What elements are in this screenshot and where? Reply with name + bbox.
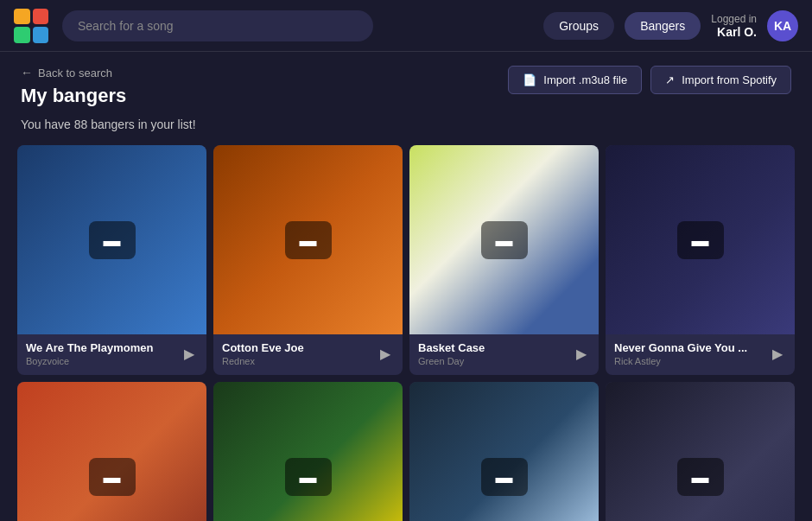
remove-icon-boyzvoice: ▬ — [104, 232, 121, 249]
song-card-4nonblondes[interactable]: ▬ ▶ 4 Non Blondes ▶ — [17, 382, 206, 521]
song-text-boyzvoice: We Are The Playmomen Boyzvoice — [26, 341, 181, 366]
login-info: Logged in Karl O. — [711, 13, 757, 39]
song-artist-rednex: Rednex — [222, 356, 377, 366]
song-info-rickastley: Never Gonna Give You ... Rick Astley ▶ — [606, 334, 795, 375]
album-art-4nonblondes: ▬ ▶ — [17, 382, 206, 521]
song-artist-greenday: Green Day — [418, 356, 573, 366]
import-spotify-label: Import from Spotify — [682, 73, 777, 86]
page-title: My bangers — [21, 85, 126, 107]
remove-icon-greenday: ▬ — [496, 232, 513, 249]
logged-in-label: Logged in — [711, 13, 757, 25]
album-art-greenday: ▬ ▶ — [409, 145, 599, 334]
remove-overlay-dannykaye: ▬ — [677, 458, 724, 496]
play-hover-btn-rickastley[interactable]: ▶ — [760, 300, 788, 327]
import-spotify-button[interactable]: ↗ Import from Spotify — [650, 66, 791, 94]
back-to-search-link[interactable]: ← Back to search — [21, 66, 126, 79]
back-label: Back to search — [38, 67, 112, 79]
album-art-dschinghis: ▬ ▶ — [213, 382, 403, 521]
remove-overlay-greenday: ▬ — [481, 221, 528, 259]
app-logo[interactable] — [14, 9, 48, 43]
back-arrow-icon: ← — [21, 66, 33, 79]
play-hover-btn-greenday[interactable]: ▶ — [564, 300, 592, 327]
groups-button[interactable]: Groups — [543, 12, 614, 40]
spotify-icon: ↗ — [665, 73, 675, 86]
header-right: Groups Bangers Logged in Karl O. KA — [543, 10, 798, 41]
header: Groups Bangers Logged in Karl O. KA — [0, 0, 812, 52]
play-inline-btn-greenday[interactable]: ▶ — [573, 344, 590, 364]
remove-icon-4nonblondes: ▬ — [104, 468, 121, 486]
song-name-boyzvoice: We Are The Playmomen — [26, 341, 181, 354]
play-inline-btn-boyzvoice[interactable]: ▶ — [181, 344, 198, 364]
album-art-dannykaye: ▬ ▶ — [606, 382, 795, 521]
remove-icon-rednex: ▬ — [300, 232, 317, 249]
song-info-boyzvoice: We Are The Playmomen Boyzvoice ▶ — [17, 334, 206, 375]
songs-grid: ▬ ▶ We Are The Playmomen Boyzvoice ▶ ▬ ▶ — [0, 142, 812, 521]
user-name: Karl O. — [717, 25, 757, 39]
remove-overlay-4nonblondes: ▬ — [89, 458, 136, 496]
song-name-rickastley: Never Gonna Give You ... — [614, 341, 769, 354]
album-art-miikesnow: ▬ ▶ — [409, 382, 599, 521]
song-card-rickastley[interactable]: ▬ ▶ Never Gonna Give You ... Rick Astley… — [606, 145, 795, 375]
song-card-miikesnow[interactable]: ▬ ▶ Miike Snow ▶ — [409, 382, 599, 521]
song-artist-rickastley: Rick Astley — [614, 356, 769, 366]
song-artist-boyzvoice: Boyzvoice — [26, 356, 181, 366]
play-inline-btn-rickastley[interactable]: ▶ — [769, 344, 786, 364]
song-card-dannykaye[interactable]: ▬ ▶ Danny Kaye The Very Best ▶ — [606, 382, 795, 521]
song-text-rickastley: Never Gonna Give You ... Rick Astley — [614, 341, 769, 366]
search-input[interactable] — [62, 10, 373, 41]
remove-icon-dannykaye: ▬ — [692, 468, 709, 486]
play-hover-btn-rednex[interactable]: ▶ — [368, 300, 396, 327]
song-text-rednex: Cotton Eve Joe Rednex — [222, 341, 377, 366]
sub-header: ← Back to search My bangers 📄 Import .m3… — [0, 52, 812, 114]
album-art-rickastley: ▬ ▶ — [606, 145, 795, 334]
song-info-greenday: Basket Case Green Day ▶ — [409, 334, 599, 375]
song-card-rednex[interactable]: ▬ ▶ Cotton Eve Joe Rednex ▶ — [213, 145, 403, 375]
song-name-greenday: Basket Case — [418, 341, 573, 354]
remove-overlay-rickastley: ▬ — [677, 221, 724, 259]
play-hover-btn-boyzvoice[interactable]: ▶ — [172, 300, 200, 327]
remove-icon-dschinghis: ▬ — [300, 468, 317, 486]
remove-overlay-boyzvoice: ▬ — [89, 221, 136, 259]
import-buttons: 📄 Import .m3u8 file ↗ Import from Spotif… — [508, 66, 791, 94]
remove-icon-rickastley: ▬ — [692, 232, 709, 249]
import-m3u8-label: Import .m3u8 file — [543, 73, 627, 86]
remove-overlay-miikesnow: ▬ — [481, 458, 528, 496]
import-m3u8-button[interactable]: 📄 Import .m3u8 file — [508, 66, 642, 94]
play-inline-btn-rednex[interactable]: ▶ — [377, 344, 394, 364]
search-bar[interactable] — [62, 10, 373, 41]
file-icon: 📄 — [523, 73, 536, 86]
album-art-rednex: ▬ ▶ — [213, 145, 403, 334]
song-card-dschinghis[interactable]: ▬ ▶ Dschinghis Khan Best Of ▶ — [213, 382, 403, 521]
remove-icon-miikesnow: ▬ — [496, 468, 513, 486]
song-text-greenday: Basket Case Green Day — [418, 341, 573, 366]
song-card-boyzvoice[interactable]: ▬ ▶ We Are The Playmomen Boyzvoice ▶ — [17, 145, 206, 375]
avatar[interactable]: KA — [767, 10, 798, 41]
title-section: ← Back to search My bangers — [21, 66, 126, 107]
album-art-boyzvoice: ▬ ▶ — [17, 145, 206, 334]
count-text: You have 88 bangers in your list! — [0, 114, 812, 142]
remove-overlay-dschinghis: ▬ — [285, 458, 332, 496]
song-info-rednex: Cotton Eve Joe Rednex ▶ — [213, 334, 403, 375]
remove-overlay-rednex: ▬ — [285, 221, 332, 259]
bangers-button[interactable]: Bangers — [625, 12, 701, 40]
song-name-rednex: Cotton Eve Joe — [222, 341, 377, 354]
song-card-greenday[interactable]: ▬ ▶ Basket Case Green Day ▶ — [409, 145, 599, 375]
